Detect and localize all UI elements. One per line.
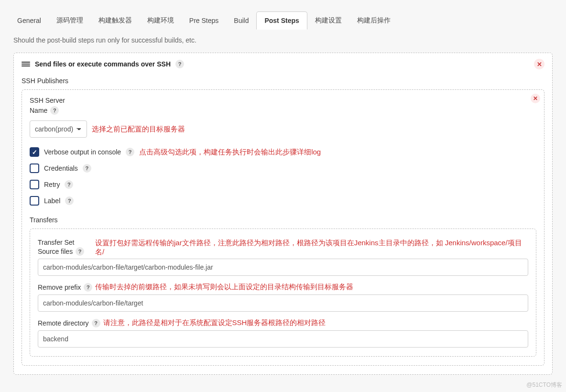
annotation-remove-prefix: 传输时去掉的前缀路径，如果未填写则会以上面设定的目录结构传输到目标服务器 — [95, 283, 353, 292]
ssh-step-card: Send files or execute commands over SSH … — [13, 53, 553, 375]
poststeps-description: Should the post-build steps run only for… — [0, 30, 566, 53]
label-label: Label — [44, 197, 60, 205]
source-files-input[interactable] — [38, 259, 528, 276]
help-icon[interactable]: ? — [50, 106, 59, 115]
help-icon[interactable]: ? — [126, 148, 134, 156]
tab-buildsettings[interactable]: 构建设置 — [307, 11, 349, 30]
verbose-checkbox[interactable]: ✓ — [30, 147, 39, 157]
remote-directory-label: Remote directory — [38, 319, 89, 327]
step-title: Send files or execute commands over SSH — [35, 60, 171, 68]
annotation-verbose: 点击高级勾选此项，构建任务执行时会输出此步骤详细log — [139, 148, 321, 157]
remote-directory-input[interactable] — [38, 330, 528, 348]
help-icon[interactable]: ? — [92, 319, 100, 327]
drag-handle-icon[interactable] — [22, 62, 30, 66]
ssh-server-select[interactable]: carbon(prod) — [30, 120, 87, 138]
credentials-label: Credentials — [44, 164, 78, 172]
ssh-server-label: SSH Server — [30, 97, 536, 104]
credentials-checkbox[interactable] — [30, 163, 39, 173]
tab-postbuild[interactable]: 构建后操作 — [349, 11, 398, 30]
annotation-server: 选择之前已配置的目标服务器 — [92, 125, 185, 134]
label-checkbox[interactable] — [30, 196, 39, 206]
help-icon[interactable]: ? — [84, 283, 92, 292]
remove-prefix-input[interactable] — [38, 294, 528, 312]
transfer-set-label: Transfer Set — [38, 239, 90, 246]
retry-label: Retry — [44, 181, 60, 188]
remove-prefix-label: Remove prefix — [38, 283, 81, 291]
tab-triggers[interactable]: 构建触发器 — [91, 11, 140, 30]
tab-presteps[interactable]: Pre Steps — [182, 12, 226, 29]
remove-step-button[interactable]: ✕ — [534, 59, 544, 69]
tab-env[interactable]: 构建环境 — [140, 11, 182, 30]
tab-general[interactable]: General — [10, 12, 49, 29]
config-tabs: General 源码管理 构建触发器 构建环境 Pre Steps Build … — [0, 0, 566, 30]
ssh-publishers-label: SSH Publishers — [22, 77, 544, 85]
annotation-remote-dir: 请注意，此路径是相对于在系统配置设定SSH服务器根路径的相对路径 — [103, 318, 326, 327]
help-icon[interactable]: ? — [65, 180, 73, 189]
tab-poststeps[interactable]: Post Steps — [256, 11, 307, 30]
remove-publisher-button[interactable]: ✕ — [531, 94, 540, 103]
name-label: Name — [30, 107, 47, 114]
help-icon[interactable]: ? — [175, 60, 184, 68]
watermark: @51CTO博客 — [526, 381, 562, 384]
annotation-source: 设置打包好需远程传输的jar文件路径，注意此路径为相对路径，根路径为该项目在Je… — [95, 239, 528, 257]
source-files-label: Source files — [38, 248, 73, 255]
verbose-label: Verbose output in console — [44, 148, 121, 156]
tab-scm[interactable]: 源码管理 — [49, 11, 91, 30]
help-icon[interactable]: ? — [65, 196, 74, 205]
transfers-label: Transfers — [30, 216, 536, 224]
ssh-publisher-card: ✕ SSH Server Name ? carbon(prod) 选择之前已配置… — [22, 89, 544, 366]
transfer-set-card: Transfer Set Source files ? 设置打包好需远程传输的j… — [30, 229, 536, 357]
help-icon[interactable]: ? — [83, 164, 91, 173]
tab-build[interactable]: Build — [226, 12, 256, 29]
retry-checkbox[interactable] — [30, 180, 39, 189]
help-icon[interactable]: ? — [76, 247, 84, 256]
